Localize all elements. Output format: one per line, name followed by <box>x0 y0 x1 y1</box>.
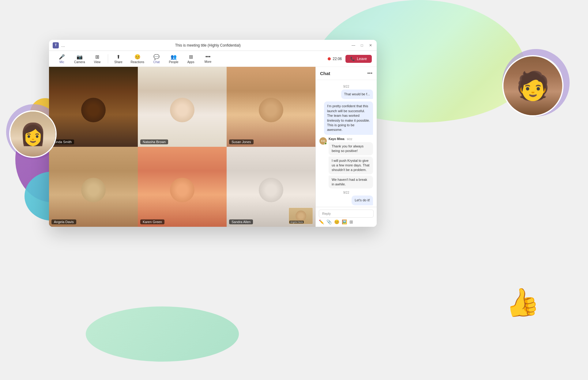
chat-panel: Chat ••• 9/22 That would be f... <box>315 67 377 227</box>
video-cell-angela-d: Angela Davis <box>49 147 138 227</box>
toolbar-more[interactable]: ••• More <box>200 53 216 65</box>
video-grid: Linda Smith Natasha Brown Susan Jo <box>49 67 315 227</box>
maximize-button[interactable]: □ <box>360 43 364 48</box>
video-cell-susan: Susan Jones <box>227 67 315 147</box>
close-button[interactable]: ✕ <box>368 43 373 48</box>
minimize-button[interactable]: — <box>351 43 356 48</box>
window-title: This is meeting title (Highly Confidenti… <box>175 43 241 48</box>
leave-label: Leave <box>357 57 367 61</box>
chat-input-area: Reply ✏️ 📎 😊 🖼️ ⊞ <box>316 207 377 227</box>
view-label: View <box>94 60 101 64</box>
video-cell-natasha: Natasha Brown <box>138 67 227 147</box>
chat-timestamp-1: 9/22 <box>319 85 373 88</box>
chat-title: Chat <box>320 71 330 76</box>
title-bar: T ... This is meeting title (Highly Conf… <box>49 40 377 51</box>
toolbar-camera[interactable]: 📷 Camera <box>71 53 88 65</box>
chat-preview-text: That would be f... <box>344 92 370 96</box>
floating-avatar-left: 👩 <box>9 110 57 158</box>
kayo-text-1: Thank you for always being so positive! <box>332 144 364 153</box>
kayo-bubble-3: We haven't had a break in awhile. <box>329 176 373 189</box>
apps-icon: ⊞ <box>189 54 193 60</box>
video-frame-karen <box>138 147 227 227</box>
video-cell-karen: Karen Green <box>138 147 227 227</box>
kayo-avatar: KM <box>319 137 327 145</box>
video-nametag-susan: Susan Jones <box>229 139 254 144</box>
kayo-avatar-initials: KM <box>321 139 325 142</box>
recording-indicator: 22:06 <box>328 57 342 61</box>
kayo-text-3: We haven't had a break in awhile. <box>332 178 367 186</box>
video-frame-linda <box>49 67 138 147</box>
content-area: Linda Smith Natasha Brown Susan Jo <box>49 67 377 227</box>
toolbar-apps[interactable]: ⊞ Apps <box>183 53 199 65</box>
chat-icon: 💬 <box>153 54 160 60</box>
chat-timestamp-2: 9/22 <box>319 191 373 194</box>
chat-main-text: I'm pretty confident that this launch wi… <box>327 104 370 131</box>
video-frame-susan <box>227 67 315 147</box>
video-frame-natasha <box>138 67 227 147</box>
video-nametag-karen: Karen Green <box>140 219 164 224</box>
reactions-label: Reactions <box>131 60 144 64</box>
teams-meeting-window: T ... This is meeting title (Highly Conf… <box>49 40 377 227</box>
chat-reply-placeholder: Reply <box>322 212 331 215</box>
share-label: Share <box>114 60 123 64</box>
leave-button[interactable]: 📞 Leave <box>345 55 372 63</box>
leave-icon: 📞 <box>350 57 355 61</box>
toolbar-view[interactable]: ⊞ View <box>89 53 105 65</box>
camera-label: Camera <box>74 60 85 64</box>
chat-bubble-main: I'm pretty confident that this launch wi… <box>324 101 373 135</box>
chat-reply-input[interactable]: Reply <box>319 210 374 218</box>
chat-image-icon[interactable]: 🖼️ <box>342 219 347 224</box>
title-bar-menu[interactable]: ... <box>61 43 65 48</box>
view-icon: ⊞ <box>95 54 99 60</box>
video-pip: Angela Davis <box>288 207 313 224</box>
chat-attach-icon[interactable]: 📎 <box>326 219 332 224</box>
toolbar-share[interactable]: ⬆ Share <box>111 53 126 65</box>
kayo-sender-info: Kayo Miwa 9/22 <box>329 137 373 141</box>
chat-more-button[interactable]: ••• <box>367 70 372 76</box>
chat-format-icon[interactable]: ✏️ <box>319 219 324 224</box>
toolbar-separator-1 <box>108 54 108 63</box>
video-nametag-sandra: Sandra Allen <box>229 219 253 224</box>
mic-icon: 🎤 <box>59 54 65 60</box>
share-icon: ⬆ <box>116 54 120 60</box>
toolbar-mic[interactable]: 🎤 Mic <box>54 53 70 65</box>
chat-apps-icon[interactable]: ⊞ <box>349 219 353 224</box>
video-cell-linda: Linda Smith <box>49 67 138 147</box>
chat-emoji-icon[interactable]: 😊 <box>334 219 339 224</box>
video-nametag-angela-d: Angela Davis <box>51 219 76 224</box>
kayo-bubble-1: Thank you for always being so positive! <box>329 142 373 155</box>
chat-label: Chat <box>153 60 160 64</box>
kayo-messages-container: Kayo Miwa 9/22 Thank you for always bein… <box>329 137 373 189</box>
kayo-status-indicator <box>324 142 327 145</box>
more-label: More <box>205 60 212 63</box>
chat-message-sent-main: I'm pretty confident that this launch wi… <box>319 101 373 135</box>
chat-input-toolbar: ✏️ 📎 😊 🖼️ ⊞ <box>319 219 374 224</box>
chat-bubble-preview: That would be f... <box>341 89 373 99</box>
toolbar-right-section: 22:06 📞 Leave <box>328 55 372 63</box>
more-icon: ••• <box>205 54 211 59</box>
toolbar-people[interactable]: 👥 People <box>166 53 182 65</box>
chat-message-lets-do-it: Let's do it! <box>319 196 373 205</box>
kayo-sender-time: 9/22 <box>347 138 352 141</box>
recording-time: 22:06 <box>333 57 342 61</box>
title-bar-controls: — □ ✕ <box>351 43 373 48</box>
people-icon: 👥 <box>171 54 177 60</box>
toolbar-reactions[interactable]: 😊 Reactions <box>128 53 147 65</box>
chat-lets-do-it-text: Let's do it! <box>355 198 370 202</box>
kayo-sender-name: Kayo Miwa <box>329 137 345 141</box>
camera-icon: 📷 <box>77 54 83 60</box>
recording-dot <box>328 57 331 60</box>
video-nametag-natasha: Natasha Brown <box>140 139 168 144</box>
apps-label: Apps <box>187 60 194 64</box>
chat-message-sent-preview: That would be f... <box>319 89 373 99</box>
chat-message-received-kayo: KM Kayo Miwa 9/22 Thank you for always b… <box>319 137 373 189</box>
people-label: People <box>169 60 178 64</box>
teams-logo: T <box>53 42 59 48</box>
toolbar-chat[interactable]: 💬 Chat <box>149 53 164 65</box>
mic-label: Mic <box>59 60 64 64</box>
bg-decoration-bottom-green <box>86 306 239 362</box>
pip-nametag: Angela Davis <box>289 221 304 223</box>
title-bar-left: T ... <box>53 42 65 48</box>
chat-header: Chat ••• <box>316 67 377 80</box>
video-frame-angela-d <box>49 147 138 227</box>
